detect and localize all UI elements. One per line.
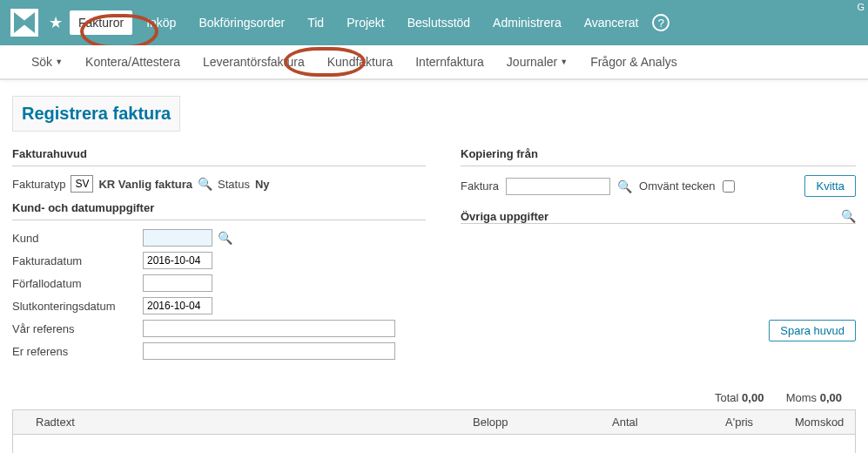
subnav-kontera-attestera[interactable]: Kontera/Attestera — [80, 51, 185, 72]
faktura-input[interactable] — [506, 178, 610, 195]
subnav-fragor-analys[interactable]: Frågor & Analys — [585, 51, 683, 72]
kund-label: Kund — [12, 232, 143, 245]
caret-down-icon: ▼ — [55, 57, 63, 66]
main-nav: Fakturor Inköp Bokföringsorder Tid Proje… — [70, 10, 858, 35]
slutkonteringsdatum-input[interactable] — [143, 297, 212, 314]
col-momskod[interactable]: Momskod — [795, 416, 848, 429]
fakturatyp-label: Fakturatyp — [12, 178, 65, 191]
omvant-tecken-checkbox[interactable] — [723, 180, 735, 193]
search-icon[interactable]: 🔍 — [617, 179, 632, 193]
subnav-journaler[interactable]: Journaler ▼ — [501, 51, 573, 72]
col-belopp[interactable]: Belopp — [473, 416, 612, 429]
nav-projekt[interactable]: Projekt — [338, 10, 394, 35]
subnav-sok-label: Sök — [31, 55, 52, 69]
fakturadatum-label: Fakturadatum — [12, 254, 143, 267]
slutkonteringsdatum-label: Slutkonteringsdatum — [12, 300, 143, 313]
section-kopiering-fran: Kopiering från — [461, 147, 856, 160]
nav-bokforingsorder[interactable]: Bokföringsorder — [190, 10, 293, 35]
lines-table-body[interactable] — [12, 435, 856, 453]
top-right-indicator: G — [857, 2, 865, 12]
moms-label: Moms — [786, 391, 817, 404]
nav-fakturor[interactable]: Fakturor — [70, 10, 132, 35]
total-label: Total — [715, 391, 738, 404]
faktura-label: Faktura — [461, 179, 499, 193]
caret-down-icon: ▼ — [560, 57, 568, 66]
subnav-leverantorsfaktura[interactable]: Leverantörsfaktura — [198, 51, 310, 72]
col-apris[interactable]: A'pris — [725, 416, 795, 429]
nav-inkop[interactable]: Inköp — [138, 10, 185, 35]
fakturadatum-input[interactable] — [143, 252, 212, 269]
nav-avancerat[interactable]: Avancerat — [575, 10, 648, 35]
sub-nav: Sök ▼ Kontera/Attestera Leverantörsfaktu… — [0, 45, 868, 80]
status-label: Status — [218, 178, 250, 191]
subnav-kundfaktura[interactable]: Kundfaktura — [322, 51, 399, 72]
fakturatyp-row: Fakturatyp KR Vanlig faktura 🔍 Status Ny — [12, 175, 426, 193]
fakturatyp-desc: KR Vanlig faktura — [98, 178, 192, 191]
fakturatyp-code-input[interactable] — [71, 175, 93, 193]
help-icon[interactable]: ? — [652, 14, 670, 31]
omvant-tecken-label: Omvänt tecken — [639, 179, 715, 193]
section-ovriga-uppgifter: Övriga uppgifter — [461, 210, 548, 223]
search-icon[interactable]: 🔍 — [198, 177, 212, 191]
kvitta-button[interactable]: Kvitta — [804, 175, 856, 197]
col-radtext[interactable]: Radtext — [20, 416, 473, 429]
favorite-star-icon[interactable]: ★ — [49, 13, 63, 32]
er-referens-input[interactable] — [143, 342, 395, 360]
spara-huvud-button[interactable]: Spara huvud — [769, 320, 856, 341]
subnav-internfaktura[interactable]: Internfaktura — [410, 51, 489, 72]
nav-tid[interactable]: Tid — [299, 10, 333, 35]
lines-table-header: Radtext Belopp Antal A'pris Momskod — [12, 409, 856, 435]
var-referens-input[interactable] — [143, 320, 395, 337]
moms-value: 0,00 — [820, 391, 842, 404]
subnav-sok[interactable]: Sök ▼ — [26, 51, 68, 72]
er-referens-label: Er referens — [12, 345, 143, 358]
nav-beslutsstod[interactable]: Beslutsstöd — [399, 10, 479, 35]
status-value: Ny — [255, 178, 270, 191]
total-value: 0,00 — [742, 391, 764, 404]
forfallodatum-label: Förfallodatum — [12, 277, 143, 290]
app-logo[interactable] — [10, 9, 38, 37]
top-bar: ★ Fakturor Inköp Bokföringsorder Tid Pro… — [0, 0, 868, 45]
search-icon[interactable]: 🔍 — [841, 209, 856, 223]
col-antal[interactable]: Antal — [612, 416, 725, 429]
page-title: Registrera faktura — [12, 96, 180, 132]
totals-row: Total 0,00 Moms 0,00 — [12, 386, 856, 409]
subnav-journaler-label: Journaler — [507, 55, 557, 69]
section-kund-datum: Kund- och datumuppgifter — [12, 201, 426, 214]
section-fakturahuvud: Fakturahuvud — [12, 147, 426, 160]
nav-administrera[interactable]: Administrera — [484, 10, 570, 35]
var-referens-label: Vår referens — [12, 322, 143, 335]
content-area: Registrera faktura Fakturahuvud Fakturat… — [0, 80, 868, 453]
kund-input[interactable] — [143, 229, 212, 247]
forfallodatum-input[interactable] — [143, 274, 212, 292]
search-icon[interactable]: 🔍 — [218, 231, 232, 245]
